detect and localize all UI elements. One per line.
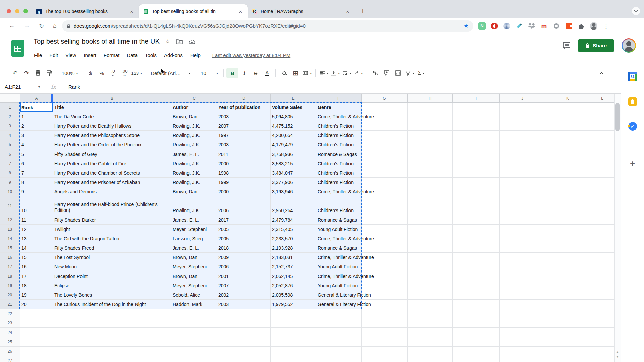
row-header-23[interactable]: 23: [0, 318, 20, 328]
cell-B18[interactable]: Deception Point: [53, 272, 171, 281]
row-header-2[interactable]: 2: [0, 112, 20, 121]
cell-J23[interactable]: [500, 318, 545, 328]
cell-C4[interactable]: Rowling, J.K.: [171, 131, 217, 140]
cell-C7[interactable]: Rowling, J.K.: [171, 159, 217, 168]
row-header-13[interactable]: 13: [0, 225, 20, 234]
row-header-17[interactable]: 17: [0, 262, 20, 272]
cell-L15[interactable]: [590, 243, 614, 253]
cell-G6[interactable]: [362, 149, 408, 159]
cell-F24[interactable]: [316, 328, 362, 337]
cell-K26[interactable]: [545, 347, 590, 356]
cell-C9[interactable]: Rowling, J.K.: [171, 178, 217, 187]
cell-D6[interactable]: 2011: [217, 149, 271, 159]
cell-E22[interactable]: [271, 309, 316, 318]
cell-A23[interactable]: [20, 318, 53, 328]
cell-A16[interactable]: 15: [20, 253, 53, 262]
cell-A9[interactable]: 8: [20, 178, 53, 187]
increase-decimal-button[interactable]: .00→: [119, 68, 130, 78]
cell-L1[interactable]: [590, 103, 614, 112]
row-header-26[interactable]: 26: [0, 347, 20, 356]
cell-I5[interactable]: [453, 140, 500, 149]
cell-B5[interactable]: Harry Potter and the Order of the Phoeni…: [53, 140, 171, 149]
cell-D14[interactable]: 2005: [217, 234, 271, 243]
cell-C19[interactable]: Meyer, Stepheni: [171, 281, 217, 290]
cell-G22[interactable]: [362, 309, 408, 318]
cell-E12[interactable]: 2,479,784: [271, 215, 316, 225]
cell-K24[interactable]: [545, 328, 590, 337]
cell-C27[interactable]: [171, 356, 217, 362]
cell-F20[interactable]: General & Literary Fiction: [316, 290, 362, 300]
cell-L26[interactable]: [590, 347, 614, 356]
vertical-scrollbar[interactable]: [614, 94, 621, 362]
cell-E9[interactable]: 3,377,906: [271, 178, 316, 187]
last-edit-link[interactable]: Last edit was yesterday at 8:04 PM: [212, 52, 290, 58]
cell-E6[interactable]: 3,758,936: [271, 149, 316, 159]
cell-J25[interactable]: [500, 337, 545, 347]
cell-C18[interactable]: Brown, Dan: [171, 272, 217, 281]
row-header-25[interactable]: 25: [0, 337, 20, 347]
cell-H10[interactable]: [408, 187, 453, 196]
cell-I18[interactable]: [453, 272, 500, 281]
emphasis-extension-icon[interactable]: [565, 22, 573, 30]
cell-E15[interactable]: 2,193,928: [271, 243, 316, 253]
cell-C6[interactable]: James, E. L.: [171, 149, 217, 159]
cell-D16[interactable]: 2009: [217, 253, 271, 262]
row-header-8[interactable]: 8: [0, 168, 20, 178]
cell-G9[interactable]: [362, 178, 408, 187]
cell-F5[interactable]: Children's Fiction: [316, 140, 362, 149]
close-tab-icon[interactable]: ×: [237, 9, 244, 14]
cell-D19[interactable]: 2007: [217, 281, 271, 290]
cell-A21[interactable]: 20: [20, 300, 53, 309]
cell-L5[interactable]: [590, 140, 614, 149]
cell-I12[interactable]: [453, 215, 500, 225]
cell-A25[interactable]: [20, 337, 53, 347]
print-button[interactable]: [32, 68, 44, 78]
cell-J11[interactable]: [500, 196, 545, 215]
bold-button[interactable]: B: [226, 68, 238, 78]
cell-K21[interactable]: [545, 300, 590, 309]
col-header-K[interactable]: K: [545, 94, 590, 103]
cell-D13[interactable]: 2005: [217, 225, 271, 234]
dropbox-extension-icon[interactable]: [528, 22, 535, 30]
cell-H14[interactable]: [408, 234, 453, 243]
cell-H22[interactable]: [408, 309, 453, 318]
row-header-4[interactable]: 4: [0, 131, 20, 140]
cell-K9[interactable]: [545, 178, 590, 187]
cell-L6[interactable]: [590, 149, 614, 159]
cell-D26[interactable]: [217, 347, 271, 356]
cell-E5[interactable]: 4,179,479: [271, 140, 316, 149]
cell-F11[interactable]: Children's Fiction: [316, 196, 362, 215]
cell-K14[interactable]: [545, 234, 590, 243]
merge-cells-button[interactable]: ▾: [301, 68, 313, 78]
cell-B13[interactable]: Twilight: [53, 225, 171, 234]
cell-F27[interactable]: [316, 356, 362, 362]
maximize-window-button[interactable]: [23, 9, 28, 13]
cell-E13[interactable]: 2,315,405: [271, 225, 316, 234]
cell-D12[interactable]: 2017: [217, 215, 271, 225]
menu-tools[interactable]: Tools: [141, 51, 160, 59]
cell-L22[interactable]: [590, 309, 614, 318]
cell-C11[interactable]: Rowling, J.K.: [171, 196, 217, 215]
menu-insert[interactable]: Insert: [80, 51, 100, 59]
reload-button[interactable]: ↻: [39, 22, 44, 30]
cell-F13[interactable]: Young Adult Fiction: [316, 225, 362, 234]
cell-D11[interactable]: 2006: [217, 196, 271, 215]
cell-E7[interactable]: 3,583,215: [271, 159, 316, 168]
cell-L23[interactable]: [590, 318, 614, 328]
cell-G24[interactable]: [362, 328, 408, 337]
cell-I21[interactable]: [453, 300, 500, 309]
row-header-21[interactable]: 21: [0, 300, 20, 309]
cell-F1[interactable]: Genre: [316, 103, 362, 112]
col-header-E[interactable]: E: [271, 94, 316, 103]
horizontal-align-button[interactable]: ▾: [318, 68, 330, 78]
cell-B17[interactable]: New Moon: [53, 262, 171, 272]
cell-J9[interactable]: [500, 178, 545, 187]
cell-L24[interactable]: [590, 328, 614, 337]
cell-A3[interactable]: 2: [20, 121, 53, 131]
cell-D18[interactable]: 2001: [217, 272, 271, 281]
cell-E16[interactable]: 2,183,031: [271, 253, 316, 262]
cell-B1[interactable]: Title: [53, 103, 171, 112]
col-header-D[interactable]: D: [217, 94, 271, 103]
cell-J26[interactable]: [500, 347, 545, 356]
cell-G19[interactable]: [362, 281, 408, 290]
